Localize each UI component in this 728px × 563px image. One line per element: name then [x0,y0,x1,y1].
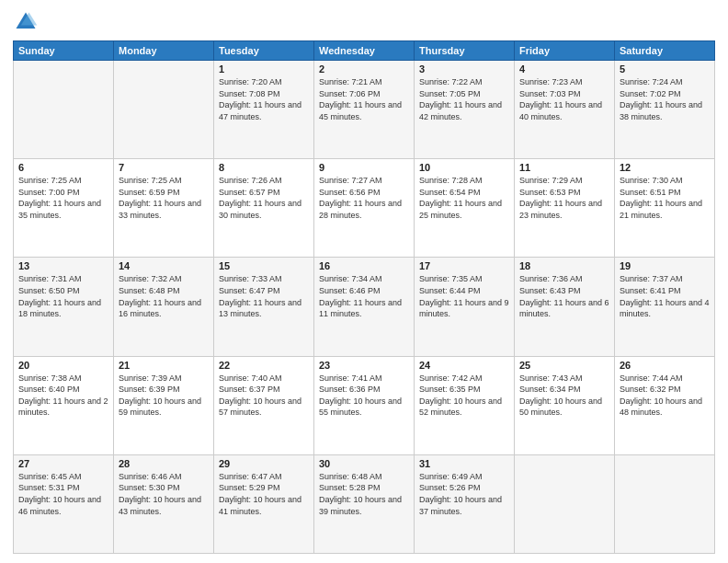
page: SundayMondayTuesdayWednesdayThursdayFrid… [0,0,728,563]
cell-text: Sunrise: 7:30 AM Sunset: 6:51 PM Dayligh… [620,175,710,221]
day-number: 8 [219,162,309,173]
calendar-cell: 6Sunrise: 7:25 AM Sunset: 7:00 PM Daylig… [14,159,114,258]
calendar-week: 27Sunrise: 6:45 AM Sunset: 5:31 PM Dayli… [14,454,715,553]
logo-icon [13,9,39,35]
calendar-cell: 28Sunrise: 6:46 AM Sunset: 5:30 PM Dayli… [114,454,214,553]
cell-text: Sunrise: 7:42 AM Sunset: 6:35 PM Dayligh… [419,373,509,419]
calendar: SundayMondayTuesdayWednesdayThursdayFrid… [13,40,715,554]
calendar-cell: 11Sunrise: 7:29 AM Sunset: 6:53 PM Dayli… [515,159,615,258]
calendar-cell: 4Sunrise: 7:23 AM Sunset: 7:03 PM Daylig… [515,61,615,159]
day-number: 2 [319,63,409,75]
calendar-cell: 19Sunrise: 7:37 AM Sunset: 6:41 PM Dayli… [615,258,715,356]
day-number: 21 [119,360,209,371]
day-number: 5 [620,63,710,75]
logo [13,9,42,35]
cell-text: Sunrise: 7:41 AM Sunset: 6:36 PM Dayligh… [319,373,409,419]
cell-text: Sunrise: 7:24 AM Sunset: 7:02 PM Dayligh… [620,76,710,122]
day-number: 29 [219,458,309,469]
calendar-cell: 5Sunrise: 7:24 AM Sunset: 7:02 PM Daylig… [615,61,715,159]
calendar-cell: 10Sunrise: 7:28 AM Sunset: 6:54 PM Dayli… [415,159,515,258]
calendar-cell: 8Sunrise: 7:26 AM Sunset: 6:57 PM Daylig… [214,159,314,258]
calendar-header: SundayMondayTuesdayWednesdayThursdayFrid… [14,41,715,61]
cell-text: Sunrise: 7:31 AM Sunset: 6:50 PM Dayligh… [18,273,108,319]
cell-text: Sunrise: 6:47 AM Sunset: 5:29 PM Dayligh… [219,471,309,517]
weekday-header: Saturday [615,41,715,61]
calendar-cell: 7Sunrise: 7:25 AM Sunset: 6:59 PM Daylig… [114,159,214,258]
day-number: 28 [119,458,209,469]
cell-text: Sunrise: 7:44 AM Sunset: 6:32 PM Dayligh… [620,373,710,419]
day-number: 18 [519,260,609,271]
calendar-cell: 27Sunrise: 6:45 AM Sunset: 5:31 PM Dayli… [14,454,114,553]
cell-text: Sunrise: 7:26 AM Sunset: 6:57 PM Dayligh… [219,175,309,221]
calendar-cell: 13Sunrise: 7:31 AM Sunset: 6:50 PM Dayli… [14,258,114,356]
calendar-cell: 23Sunrise: 7:41 AM Sunset: 6:36 PM Dayli… [314,356,415,454]
calendar-cell: 25Sunrise: 7:43 AM Sunset: 6:34 PM Dayli… [515,356,615,454]
cell-text: Sunrise: 7:20 AM Sunset: 7:08 PM Dayligh… [219,76,309,122]
cell-text: Sunrise: 7:39 AM Sunset: 6:39 PM Dayligh… [119,373,209,419]
cell-text: Sunrise: 6:45 AM Sunset: 5:31 PM Dayligh… [18,471,108,517]
day-number: 6 [18,162,108,173]
calendar-cell: 18Sunrise: 7:36 AM Sunset: 6:43 PM Dayli… [515,258,615,356]
day-number: 25 [519,360,609,371]
calendar-cell: 2Sunrise: 7:21 AM Sunset: 7:06 PM Daylig… [314,61,415,159]
day-number: 30 [319,458,409,469]
calendar-cell: 3Sunrise: 7:22 AM Sunset: 7:05 PM Daylig… [415,61,515,159]
cell-text: Sunrise: 7:27 AM Sunset: 6:56 PM Dayligh… [319,175,409,221]
cell-text: Sunrise: 7:21 AM Sunset: 7:06 PM Dayligh… [319,76,409,122]
cell-text: Sunrise: 7:23 AM Sunset: 7:03 PM Dayligh… [519,76,609,122]
calendar-cell [14,61,114,159]
calendar-cell: 29Sunrise: 6:47 AM Sunset: 5:29 PM Dayli… [214,454,314,553]
weekday-header: Thursday [415,41,515,61]
calendar-cell: 30Sunrise: 6:48 AM Sunset: 5:28 PM Dayli… [314,454,415,553]
weekday-header: Tuesday [214,41,314,61]
cell-text: Sunrise: 7:32 AM Sunset: 6:48 PM Dayligh… [119,273,209,319]
cell-text: Sunrise: 7:35 AM Sunset: 6:44 PM Dayligh… [419,273,509,319]
cell-text: Sunrise: 7:28 AM Sunset: 6:54 PM Dayligh… [419,175,509,221]
calendar-cell: 16Sunrise: 7:34 AM Sunset: 6:46 PM Dayli… [314,258,415,356]
calendar-cell: 9Sunrise: 7:27 AM Sunset: 6:56 PM Daylig… [314,159,415,258]
cell-text: Sunrise: 6:48 AM Sunset: 5:28 PM Dayligh… [319,471,409,517]
cell-text: Sunrise: 6:49 AM Sunset: 5:26 PM Dayligh… [419,471,509,517]
day-number: 16 [319,260,409,271]
day-number: 11 [519,162,609,173]
day-number: 31 [419,458,509,469]
day-number: 23 [319,360,409,371]
cell-text: Sunrise: 7:36 AM Sunset: 6:43 PM Dayligh… [519,273,609,319]
calendar-cell: 31Sunrise: 6:49 AM Sunset: 5:26 PM Dayli… [415,454,515,553]
calendar-cell [615,454,715,553]
calendar-week: 13Sunrise: 7:31 AM Sunset: 6:50 PM Dayli… [14,258,715,356]
weekday-header: Monday [114,41,214,61]
cell-text: Sunrise: 7:43 AM Sunset: 6:34 PM Dayligh… [519,373,609,419]
cell-text: Sunrise: 7:29 AM Sunset: 6:53 PM Dayligh… [519,175,609,221]
cell-text: Sunrise: 7:22 AM Sunset: 7:05 PM Dayligh… [419,76,509,122]
weekday-header: Sunday [14,41,114,61]
calendar-cell: 12Sunrise: 7:30 AM Sunset: 6:51 PM Dayli… [615,159,715,258]
cell-text: Sunrise: 7:25 AM Sunset: 7:00 PM Dayligh… [18,175,108,221]
cell-text: Sunrise: 7:33 AM Sunset: 6:47 PM Dayligh… [219,273,309,319]
day-number: 9 [319,162,409,173]
cell-text: Sunrise: 7:34 AM Sunset: 6:46 PM Dayligh… [319,273,409,319]
day-number: 15 [219,260,309,271]
calendar-week: 1Sunrise: 7:20 AM Sunset: 7:08 PM Daylig… [14,61,715,159]
calendar-cell [114,61,214,159]
day-number: 20 [18,360,108,371]
cell-text: Sunrise: 7:40 AM Sunset: 6:37 PM Dayligh… [219,373,309,419]
cell-text: Sunrise: 7:25 AM Sunset: 6:59 PM Dayligh… [119,175,209,221]
day-number: 22 [219,360,309,371]
day-number: 3 [419,63,509,75]
day-number: 26 [620,360,710,371]
cell-text: Sunrise: 7:38 AM Sunset: 6:40 PM Dayligh… [18,373,108,419]
calendar-cell: 26Sunrise: 7:44 AM Sunset: 6:32 PM Dayli… [615,356,715,454]
weekday-header: Wednesday [314,41,415,61]
calendar-cell: 21Sunrise: 7:39 AM Sunset: 6:39 PM Dayli… [114,356,214,454]
day-number: 24 [419,360,509,371]
day-number: 7 [119,162,209,173]
cell-text: Sunrise: 7:37 AM Sunset: 6:41 PM Dayligh… [620,273,710,319]
day-number: 10 [419,162,509,173]
calendar-cell [515,454,615,553]
day-number: 14 [119,260,209,271]
calendar-cell: 24Sunrise: 7:42 AM Sunset: 6:35 PM Dayli… [415,356,515,454]
calendar-cell: 1Sunrise: 7:20 AM Sunset: 7:08 PM Daylig… [214,61,314,159]
weekday-header: Friday [515,41,615,61]
calendar-body: 1Sunrise: 7:20 AM Sunset: 7:08 PM Daylig… [14,61,715,554]
